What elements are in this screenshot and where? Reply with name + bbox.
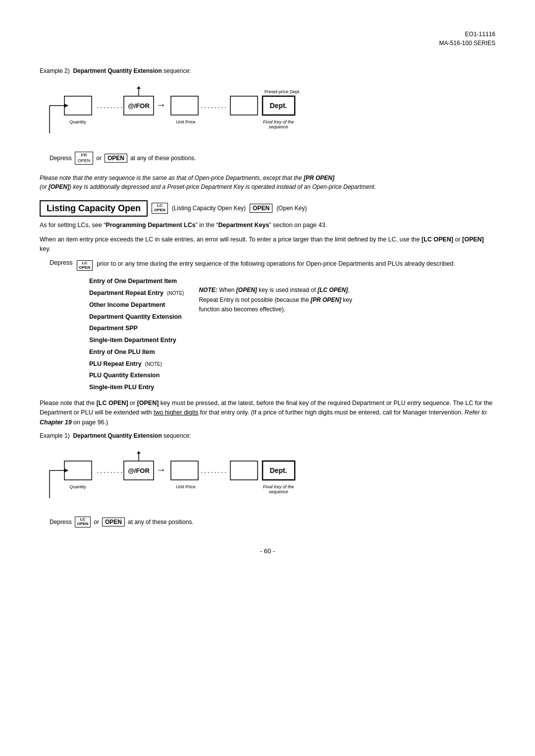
italic-note-para: Please note that the entry sequence is t… — [40, 174, 495, 191]
unit-price-label: Unit Price — [176, 119, 195, 124]
quantity-box — [64, 96, 92, 115]
e1-for-key-text: @/FOR — [128, 467, 150, 474]
example1-depress-row: Depress LC OPEN or OPEN at any of these … — [50, 517, 495, 527]
dept-text: Dept. — [270, 102, 287, 110]
op-4: Department Quantity Extension — [89, 311, 184, 323]
e1-unit-price-label: Unit Price — [176, 484, 195, 489]
op-7: Entry of One PLU Item — [89, 347, 184, 358]
example2-depress-row: Depress PR OPEN or OPEN at any of these … — [50, 152, 495, 165]
lco-para2: When an item entry price exceeds the LC … — [40, 235, 495, 254]
e1-dots2: ........ — [201, 466, 228, 474]
open-key-ex1: OPEN — [102, 518, 125, 526]
for-key-text: @/FOR — [128, 102, 150, 110]
empty-box2 — [230, 96, 258, 115]
lc-key-label: (Listing Capacity Open Key) — [172, 205, 246, 212]
lc-open-key-header: LC OPEN — [152, 203, 168, 214]
arrowhead-up — [137, 86, 141, 89]
pr-open-key: PR OPEN — [75, 152, 94, 165]
e1-dots1: ........ — [97, 466, 124, 474]
open-key-label: (Open Key) — [276, 205, 307, 212]
example2-label: Example 2) Department Quantity Extension… — [40, 67, 495, 74]
page-number: - 60 - — [40, 547, 495, 555]
e1-quantity-label: Quantity — [69, 484, 86, 489]
e1-empty-box2 — [230, 461, 258, 480]
example1-label: Example 1) Department Quantity Extension… — [40, 432, 495, 439]
op-2: Department Repeat Entry (NOTE) — [89, 288, 184, 299]
example2-flow-svg: Preset-price Dept. ........ @/FOR → ....… — [40, 86, 337, 136]
lco-header: Listing Capacity Open LC OPEN (Listing C… — [40, 200, 495, 217]
e1-quantity-box — [64, 461, 92, 480]
open-key-ex2: OPEN — [105, 154, 127, 163]
page-header: EO1-11116 MA-516-100 SERIES — [40, 30, 495, 48]
operations-note: NOTE: When [OPEN] key is used instead of… — [199, 286, 357, 394]
op-8: PLU Repeat Entry (NOTE) — [89, 358, 184, 370]
e1-sequence-label: sequence — [268, 489, 288, 494]
example1-diagram: ........ @/FOR → ........ Dept. Quantity… — [40, 451, 495, 501]
open-key-lco: OPEN — [250, 204, 272, 213]
e1-arrowhead-up — [137, 451, 141, 454]
dots1: ........ — [97, 102, 124, 110]
example1-flow-svg: ........ @/FOR → ........ Dept. Quantity… — [40, 451, 317, 501]
arrow-right: → — [156, 99, 166, 110]
preset-price-label: Preset-price Dept. — [265, 89, 301, 94]
operations-section: Entry of One Department Item Department … — [89, 276, 495, 394]
quantity-label: Quantity — [69, 119, 86, 124]
depress-label: Depress — [50, 259, 73, 266]
lc-open-key-ex1: LC OPEN — [75, 517, 91, 527]
dots2: ........ — [201, 102, 228, 110]
e1-empty-box — [171, 461, 198, 480]
operations-list: Entry of One Department Item Department … — [89, 276, 184, 394]
e1-arrow-right: → — [156, 464, 166, 475]
e1-dept-text: Dept. — [270, 466, 287, 474]
op-5: Department SPP — [89, 323, 184, 335]
example2-diagram: Preset-price Dept. ........ @/FOR → ....… — [40, 86, 495, 136]
lco-para1: As for setting LCs, see “Programming Dep… — [40, 221, 495, 230]
op-9: PLU Quantity Extension — [89, 370, 184, 382]
empty-box — [171, 96, 198, 115]
op-10: Single-item PLU Entry — [89, 382, 184, 394]
op-3: Other Income Department — [89, 299, 184, 311]
lc-open-key-depress: LC OPEN — [77, 260, 93, 271]
op-1: Entry of One Department Item — [89, 276, 184, 288]
e1-final-key-label: Final Key of the — [263, 484, 294, 489]
header-line2: MA-516-100 SERIES — [40, 39, 495, 48]
lco-para3: Please note that the [LC OPEN] or [OPEN]… — [40, 399, 495, 427]
depress-desc: prior to or any time during the entry se… — [97, 259, 495, 269]
final-key-label: Final Key of the — [263, 119, 294, 124]
op-6: Single-item Department Entry — [89, 335, 184, 347]
header-line1: EO1-11116 — [40, 30, 495, 39]
sequence-label: sequence — [268, 124, 288, 129]
lco-depress-block: Depress LC OPEN prior to or any time dur… — [50, 259, 495, 271]
lco-title: Listing Capacity Open — [40, 200, 148, 217]
